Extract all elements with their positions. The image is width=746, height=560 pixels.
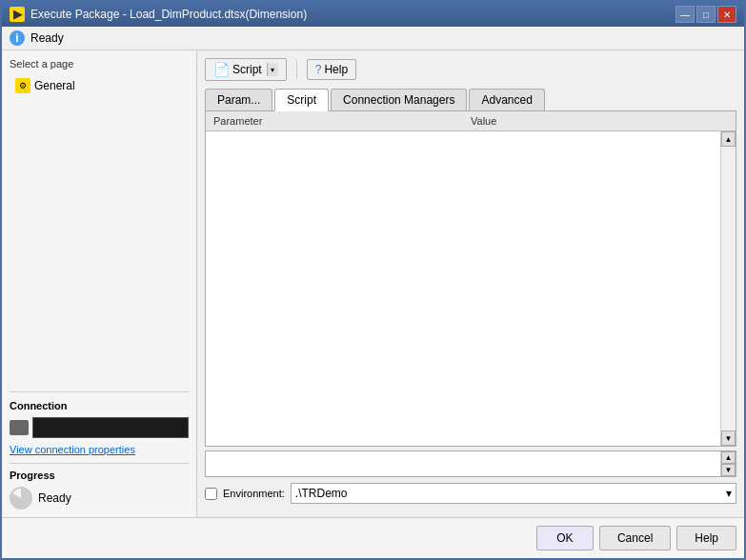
environment-dropdown[interactable]: .\TRDemo ▾ — [291, 483, 736, 504]
main-content: Select a page ⚙ General Connection View … — [2, 50, 744, 517]
environment-checkbox[interactable] — [205, 488, 217, 500]
title-buttons: — □ ✕ — [675, 6, 736, 23]
progress-status: Ready — [38, 491, 71, 505]
tabs: Param... Script Connection Managers Adva… — [205, 89, 736, 111]
progress-row: Ready — [10, 487, 189, 510]
connection-row — [10, 417, 189, 438]
tab-script[interactable]: Script — [274, 89, 329, 111]
main-window: ▶ Execute Package - Load_DimProduct.dtsx… — [0, 0, 746, 560]
sidebar-item-label: General — [34, 79, 75, 92]
footer-buttons: OK Cancel Help — [2, 517, 744, 558]
title-bar-left: ▶ Execute Package - Load_DimProduct.dtsx… — [10, 7, 307, 22]
column-parameter: Parameter — [213, 115, 471, 127]
environment-row: Environment: .\TRDemo ▾ — [205, 477, 736, 510]
table-header: Parameter Value — [206, 111, 736, 131]
view-connection-link[interactable]: View connection properties — [10, 444, 189, 455]
maximize-button[interactable]: □ — [696, 6, 716, 23]
environment-dropdown-arrow: ▾ — [726, 487, 732, 500]
column-value: Value — [471, 115, 728, 127]
bottom-area-content — [206, 451, 720, 476]
scrollbar-area: ▲ ▼ — [206, 131, 736, 446]
status-bar: i Ready — [2, 27, 744, 50]
connection-section: Connection View connection properties — [10, 391, 189, 463]
progress-label: Progress — [10, 470, 189, 481]
left-panel: Select a page ⚙ General Connection View … — [2, 50, 197, 517]
tab-parameters[interactable]: Param... — [205, 89, 272, 110]
tab-connection-managers[interactable]: Connection Managers — [331, 89, 467, 110]
select-page-label: Select a page — [10, 58, 189, 70]
title-bar: ▶ Execute Package - Load_DimProduct.dtsx… — [2, 2, 744, 27]
help-footer-button[interactable]: Help — [676, 526, 736, 550]
help-button-label: Help — [324, 63, 348, 76]
connection-icon — [10, 420, 29, 435]
scroll-down-button[interactable]: ▼ — [721, 430, 736, 446]
tab-content: Parameter Value ▲ ▼ — [205, 111, 736, 447]
window-title: Execute Package - Load_DimProduct.dtsx(D… — [30, 8, 307, 21]
status-icon: i — [10, 30, 25, 46]
script-button[interactable]: 📄 Script ▾ — [205, 58, 287, 81]
help-button[interactable]: ? Help — [307, 59, 356, 80]
cancel-button[interactable]: Cancel — [599, 526, 671, 550]
ok-button[interactable]: OK — [536, 526, 594, 550]
progress-section: Progress Ready — [10, 463, 189, 510]
environment-label: Environment: — [223, 488, 285, 499]
progress-spinner — [10, 487, 32, 510]
close-button[interactable]: ✕ — [717, 6, 736, 23]
side-scrollbar: ▲ ▼ — [720, 131, 736, 446]
status-text: Ready — [30, 31, 64, 45]
script-button-label: Script — [232, 63, 262, 76]
connection-dropdown[interactable] — [32, 417, 189, 438]
bottom-scroll-down[interactable]: ▼ — [721, 464, 736, 476]
bottom-scroll-up[interactable]: ▲ — [721, 451, 736, 464]
environment-value: .\TRDemo — [295, 487, 348, 500]
toolbar-separator — [296, 60, 297, 79]
window-icon: ▶ — [10, 7, 25, 22]
sidebar-item-general[interactable]: ⚙ General — [10, 75, 189, 96]
bottom-area: ▲ ▼ — [205, 450, 736, 477]
table-body — [206, 131, 720, 446]
script-dropdown-arrow[interactable]: ▾ — [267, 63, 278, 76]
tab-advanced[interactable]: Advanced — [469, 89, 544, 110]
right-panel: 📄 Script ▾ ? Help Param... Script — [197, 50, 744, 517]
scroll-up-button[interactable]: ▲ — [721, 131, 736, 147]
connection-label: Connection — [10, 400, 189, 411]
toolbar: 📄 Script ▾ ? Help — [205, 58, 736, 81]
general-icon: ⚙ — [15, 78, 30, 93]
bottom-scrollbar: ▲ ▼ — [720, 451, 736, 476]
minimize-button[interactable]: — — [675, 6, 695, 23]
